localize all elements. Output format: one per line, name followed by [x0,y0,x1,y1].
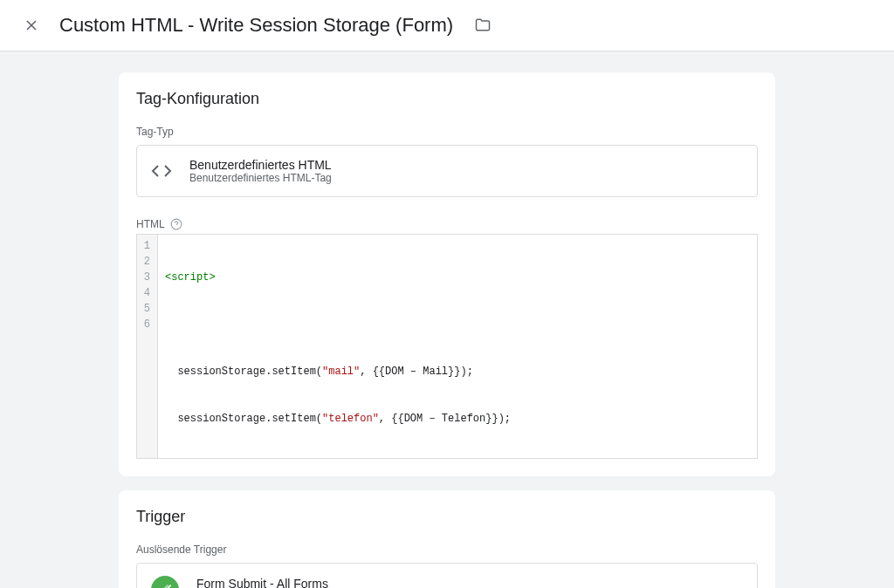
code-brackets-icon [151,161,172,181]
main-content: Tag-Konfiguration Tag-Typ Benutzerdefini… [105,72,789,588]
form-submit-icon [158,583,172,588]
trigger-name: Form Submit - All Forms [196,577,328,588]
tag-type-info: Benutzerdefiniertes HTML Benutzerdefinie… [189,158,332,184]
trigger-card: Trigger Auslösende Trigger Form Submit -… [119,490,775,588]
trigger-info: Form Submit - All Forms Formular senden [196,577,328,588]
tag-config-card: Tag-Konfiguration Tag-Typ Benutzerdefini… [119,72,775,476]
tag-type-name: Benutzerdefiniertes HTML [189,158,332,172]
tag-type-selector[interactable]: Benutzerdefiniertes HTML Benutzerdefinie… [136,145,758,197]
page-header: Custom HTML - Write Session Storage (For… [0,0,894,51]
tag-config-title: Tag-Konfiguration [136,90,758,108]
trigger-card-title: Trigger [136,508,758,526]
line-numbers-gutter: 1 2 3 4 5 6 [137,235,158,458]
close-icon [23,17,40,34]
page-title: Custom HTML - Write Session Storage (For… [59,14,453,37]
html-label-row: HTML [136,218,758,230]
tag-type-label: Tag-Typ [136,126,758,138]
close-button[interactable] [21,15,42,36]
html-code-editor[interactable]: 1 2 3 4 5 6 <script> sessionStorage.setI… [136,234,758,459]
tag-type-desc: Benutzerdefiniertes HTML-Tag [189,172,332,184]
code-content[interactable]: <script> sessionStorage.setItem("mail", … [158,235,757,458]
trigger-icon [151,576,179,588]
trigger-selector[interactable]: Form Submit - All Forms Formular senden [136,563,758,588]
trigger-section-label: Auslösende Trigger [136,544,758,556]
folder-icon[interactable] [474,17,492,34]
html-section-label: HTML [136,218,165,230]
help-icon[interactable] [170,218,182,230]
